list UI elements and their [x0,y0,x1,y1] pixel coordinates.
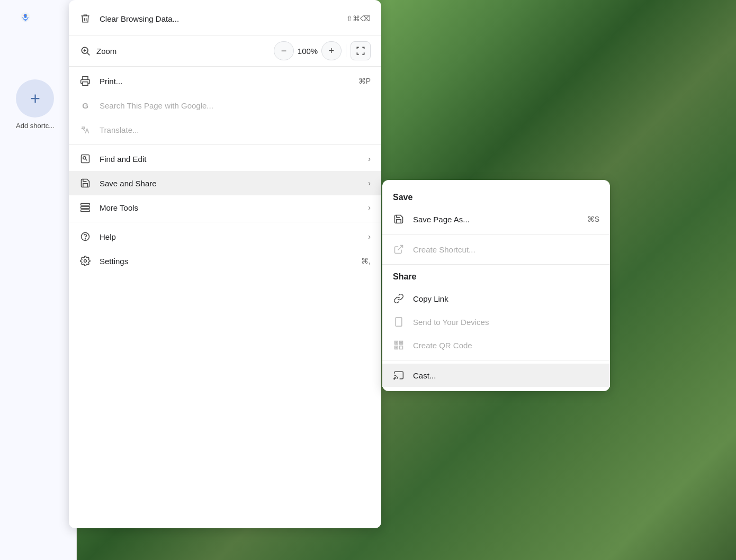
search-google-label: Search This Page with Google... [100,101,371,110]
create-qr-label: Create QR Code [413,341,599,350]
zoom-controls: − 100% + [274,41,371,60]
shortcut-icon [393,243,405,255]
new-tab-area: + Add shortc... [0,0,77,560]
divider-1 [69,35,381,35]
submenu-divider-1 [382,234,610,234]
svg-line-13 [86,159,87,161]
svg-rect-15 [81,206,90,208]
menu-item-translate[interactable]: Translate... [69,118,381,142]
submenu-item-create-qr[interactable]: Create QR Code [382,333,610,357]
zoom-fullscreen-button[interactable] [351,41,371,60]
clear-browsing-label: Clear Browsing Data... [100,14,338,23]
print-icon [79,75,91,87]
zoom-row: Zoom − 100% + [69,38,381,64]
settings-label: Settings [100,257,353,266]
menu-item-save-share[interactable]: Save and Share › [69,171,381,195]
save-page-as-label: Save Page As... [413,215,579,224]
save-share-submenu: Save Save Page As... ⌘S Create Shortcut.… [382,180,610,391]
svg-point-4 [24,15,25,16]
zoom-label: Zoom [96,47,268,56]
qr-icon [393,339,405,351]
svg-point-19 [84,260,87,263]
save-share-arrow: › [368,179,371,187]
find-edit-arrow: › [368,155,371,163]
submenu-item-send-devices[interactable]: Send to Your Devices [382,310,610,333]
zoom-out-button[interactable]: − [274,41,294,60]
menu-item-help[interactable]: Help › [69,224,381,249]
share-section-title: Share [382,268,610,287]
devices-icon [393,316,405,328]
submenu-divider-2 [382,264,610,265]
svg-point-30 [394,378,395,380]
submenu-item-create-shortcut[interactable]: Create Shortcut... [382,238,610,261]
link-icon [393,293,405,304]
zoom-value: 100% [294,47,321,56]
submenu-item-copy-link[interactable]: Copy Link [382,287,610,310]
svg-rect-28 [400,342,402,344]
translate-icon [79,124,91,136]
svg-rect-10 [83,82,88,86]
more-tools-label: More Tools [100,203,360,212]
help-icon [79,231,91,242]
find-icon [79,153,91,165]
translate-label: Translate... [100,125,371,134]
print-label: Print... [100,77,350,86]
help-label: Help [100,232,360,241]
settings-shortcut: ⌘, [361,257,371,265]
trash-icon [79,13,91,24]
divider-2 [69,66,381,67]
zoom-separator [346,44,346,57]
add-shortcut-button[interactable]: + [16,79,54,118]
save-page-icon [393,213,405,225]
google-mic-icon [20,12,47,38]
menu-item-print[interactable]: Print... ⌘P [69,69,381,93]
menu-item-search-google[interactable]: G Search This Page with Google... [69,93,381,118]
svg-point-12 [83,157,86,159]
create-shortcut-label: Create Shortcut... [413,245,599,254]
zoom-in-button[interactable]: + [321,41,342,60]
menu-item-settings[interactable]: Settings ⌘, [69,249,381,273]
print-shortcut: ⌘P [358,77,371,85]
svg-point-18 [85,239,86,239]
settings-icon [79,255,91,267]
divider-3 [69,144,381,144]
save-share-label: Save and Share [100,179,360,188]
zoom-icon [79,45,91,57]
tools-icon [79,202,91,213]
divider-4 [69,222,381,222]
svg-rect-1 [24,14,27,18]
svg-rect-29 [396,347,397,348]
help-arrow: › [368,232,371,241]
menu-item-clear-browsing[interactable]: Clear Browsing Data... ⇧⌘⌫ [69,6,381,31]
cast-label: Cast... [413,371,599,380]
find-edit-label: Find and Edit [100,155,360,164]
svg-rect-27 [396,342,397,344]
submenu-item-cast[interactable]: Cast... [382,364,610,387]
svg-line-7 [87,53,90,56]
submenu-divider-3 [382,360,610,360]
add-shortcut-label: Add shortc... [16,122,55,130]
svg-line-20 [398,246,402,250]
main-menu: Clear Browsing Data... ⇧⌘⌫ Zoom − 100% + [69,0,381,528]
submenu-item-save-page-as[interactable]: Save Page As... ⌘S [382,207,610,231]
copy-link-label: Copy Link [413,294,599,303]
clear-browsing-shortcut: ⇧⌘⌫ [346,14,371,23]
svg-rect-21 [396,318,402,327]
save-share-icon [79,177,91,189]
menu-item-find-edit[interactable]: Find and Edit › [69,147,381,171]
more-tools-arrow: › [368,203,371,212]
save-page-as-shortcut: ⌘S [587,215,599,223]
cast-icon [393,369,405,381]
save-section-title: Save [382,188,610,207]
add-shortcut-container: + Add shortc... [16,79,55,130]
menu-item-more-tools[interactable]: More Tools › [69,195,381,220]
svg-rect-16 [81,210,90,211]
google-icon: G [79,100,91,111]
send-devices-label: Send to Your Devices [413,318,599,327]
svg-point-5 [26,15,28,16]
svg-rect-26 [400,346,403,349]
svg-rect-14 [81,204,90,205]
